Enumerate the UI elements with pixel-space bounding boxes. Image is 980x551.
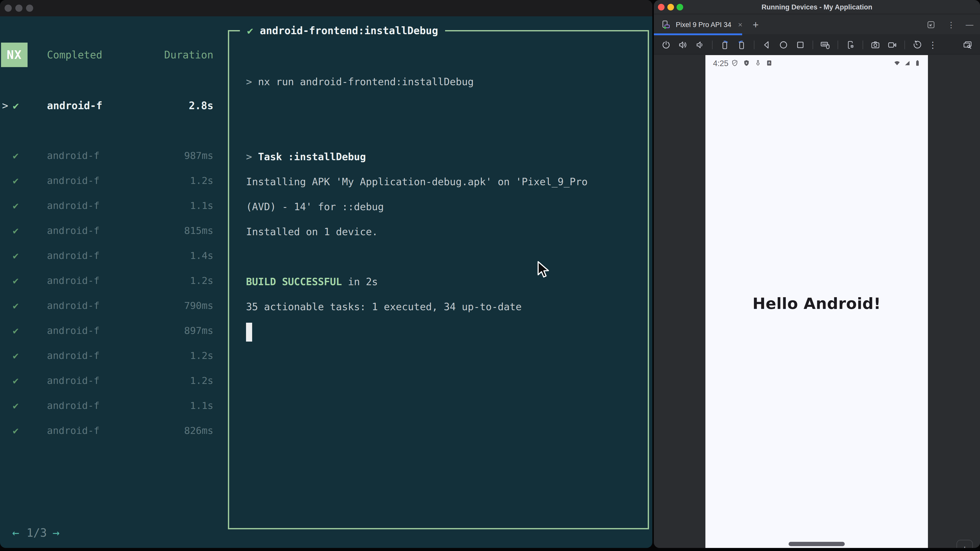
rotate-right-icon[interactable] bbox=[736, 39, 747, 51]
app-a-notification-icon: A ... bbox=[765, 59, 773, 68]
task-duration: 1.2s bbox=[0, 350, 213, 361]
battery-status-icon bbox=[914, 59, 921, 68]
task-duration: 1.1s bbox=[0, 400, 213, 411]
terminal-window: NX Completed Duration > ✔ android-f 2.8s… bbox=[0, 0, 652, 548]
cellular-signal-icon bbox=[904, 59, 911, 68]
screenshot-camera-icon[interactable] bbox=[870, 39, 881, 51]
task-row[interactable]: ✔ android-f 1.1s bbox=[0, 193, 220, 218]
shield-notification-icon bbox=[731, 59, 738, 68]
toolbar-more-options-icon[interactable]: ⋮ bbox=[928, 41, 937, 49]
column-header-duration: Duration bbox=[0, 49, 213, 61]
output-build-line: BUILD SUCCESSFUL in 2s bbox=[246, 275, 378, 289]
display-zoom-icon[interactable] bbox=[962, 39, 974, 51]
next-page-arrow-icon[interactable]: → bbox=[52, 526, 60, 540]
reset-device-icon[interactable] bbox=[912, 39, 923, 51]
emulator-screen[interactable]: 4:25 bbox=[705, 55, 928, 548]
terminal-zoom-button[interactable] bbox=[26, 5, 33, 12]
overview-button-icon[interactable] bbox=[795, 39, 806, 51]
pagination: ← 1/3 → bbox=[0, 521, 82, 544]
terminal-titlebar[interactable] bbox=[0, 0, 652, 16]
task-row[interactable]: ✔ android-f 815ms bbox=[0, 218, 220, 243]
task-duration: 826ms bbox=[0, 425, 213, 436]
home-button-icon[interactable] bbox=[778, 39, 789, 51]
task-duration: 790ms bbox=[0, 300, 213, 311]
emulator-status-bar: 4:25 bbox=[705, 55, 928, 72]
terminal-minimize-button[interactable] bbox=[15, 5, 22, 12]
task-row[interactable]: ✔ android-f 1.2s bbox=[0, 168, 220, 193]
task-output-panel: ✔android-frontend:installDebug > nx run … bbox=[228, 30, 649, 529]
volume-up-icon[interactable] bbox=[677, 39, 689, 51]
toolbar-separator bbox=[862, 41, 863, 49]
toolbar-separator bbox=[838, 41, 838, 49]
task-row[interactable]: ✔ android-f 987ms bbox=[0, 143, 220, 168]
task-row-selected[interactable]: > ✔ android-f 2.8s bbox=[0, 94, 220, 118]
toolbar-separator bbox=[813, 41, 813, 49]
task-duration: 987ms bbox=[0, 150, 213, 161]
zoom-control-panel: + − 1:1 bbox=[956, 540, 973, 548]
wifi-status-icon bbox=[893, 59, 901, 68]
toolbar-separator bbox=[712, 41, 713, 49]
task-row[interactable]: ✔ android-f 1.2s bbox=[0, 343, 220, 368]
screen-record-icon[interactable] bbox=[886, 39, 898, 51]
zoom-in-button[interactable]: + bbox=[962, 543, 968, 548]
dock-window-icon[interactable] bbox=[925, 19, 937, 30]
running-devices-window: Running Devices - My Application Pixel 9… bbox=[654, 0, 980, 548]
task-row[interactable]: ✔ android-f 1.2s bbox=[0, 268, 220, 293]
output-install-line-1: Installing APK 'My Application-debug.apk… bbox=[246, 175, 587, 189]
prev-page-arrow-icon[interactable]: ← bbox=[12, 526, 19, 540]
gesture-navigation-pill[interactable] bbox=[789, 542, 845, 546]
device-display-area: 4:25 bbox=[654, 55, 980, 548]
task-duration: 1.4s bbox=[0, 250, 213, 261]
task-duration: 2.8s bbox=[0, 100, 213, 111]
device-toolbar: ⋮ bbox=[654, 36, 980, 55]
active-tab-indicator bbox=[654, 33, 742, 35]
volume-down-icon[interactable] bbox=[694, 39, 705, 51]
tab-pixel-9-pro[interactable]: Pixel 9 Pro API 34 × + bbox=[654, 15, 759, 35]
task-row[interactable]: ✔ android-f 1.4s bbox=[0, 243, 220, 268]
output-command-line: > nx run android-frontend:installDebug bbox=[246, 75, 474, 89]
hide-panel-icon[interactable]: — bbox=[966, 21, 974, 29]
back-button-icon[interactable] bbox=[761, 39, 772, 51]
toolbar-separator bbox=[904, 41, 905, 49]
status-time: 4:25 bbox=[713, 59, 729, 68]
task-duration: 1.2s bbox=[0, 375, 213, 386]
power-button-icon[interactable] bbox=[660, 39, 672, 51]
check-icon: ✔ bbox=[247, 25, 253, 37]
output-installed-line: Installed on 1 device. bbox=[246, 225, 378, 238]
toolbar-separator bbox=[754, 41, 754, 49]
hello-android-text: Hello Android! bbox=[705, 294, 928, 313]
page-indicator: 1/3 bbox=[27, 526, 47, 539]
task-duration: 897ms bbox=[0, 325, 213, 336]
studio-titlebar[interactable]: Running Devices - My Application bbox=[654, 0, 980, 14]
task-duration: 1.1s bbox=[0, 200, 213, 211]
task-row[interactable]: ✔ android-f 826ms bbox=[0, 418, 220, 443]
terminal-text-cursor bbox=[246, 323, 252, 341]
output-summary-line: 35 actionable tasks: 1 executed, 34 up-t… bbox=[246, 300, 522, 313]
task-duration: 1.2s bbox=[0, 275, 213, 286]
svg-text:...: ... bbox=[768, 63, 770, 65]
task-row[interactable]: ✔ android-f 1.2s bbox=[0, 368, 220, 393]
hardware-input-icon[interactable] bbox=[820, 39, 831, 51]
mouse-cursor bbox=[535, 261, 551, 279]
device-settings-icon[interactable] bbox=[845, 39, 856, 51]
task-output-title: ✔android-frontend:installDebug bbox=[240, 23, 445, 38]
phone-device-icon bbox=[660, 19, 672, 30]
task-row[interactable]: ✔ android-f 1.1s bbox=[0, 393, 220, 418]
output-task-line: > Task :installDebug bbox=[246, 150, 366, 164]
completed-task-list: ✔ android-f 987ms ✔ android-f 1.2s ✔ and… bbox=[0, 143, 220, 443]
task-row[interactable]: ✔ android-f 897ms bbox=[0, 318, 220, 343]
task-duration: 1.2s bbox=[0, 175, 213, 186]
device-tab-bar: Pixel 9 Pro API 34 × + ⋮ — bbox=[654, 15, 980, 35]
shield-play-notification-icon bbox=[743, 59, 750, 68]
terminal-close-button[interactable] bbox=[5, 5, 12, 12]
task-row[interactable]: ✔ android-f 790ms bbox=[0, 293, 220, 318]
output-install-line-2: (AVD) - 14' for ::debug bbox=[246, 200, 384, 213]
tab-label: Pixel 9 Pro API 34 bbox=[676, 21, 732, 29]
task-duration: 815ms bbox=[0, 225, 213, 236]
tab-close-icon[interactable]: × bbox=[738, 21, 743, 29]
more-options-icon[interactable]: ⋮ bbox=[947, 21, 955, 29]
profile-heart-notification-icon bbox=[754, 59, 762, 68]
rotate-left-icon[interactable] bbox=[719, 39, 730, 51]
window-title: Running Devices - My Application bbox=[654, 0, 980, 14]
add-device-tab-button[interactable]: + bbox=[752, 19, 759, 30]
